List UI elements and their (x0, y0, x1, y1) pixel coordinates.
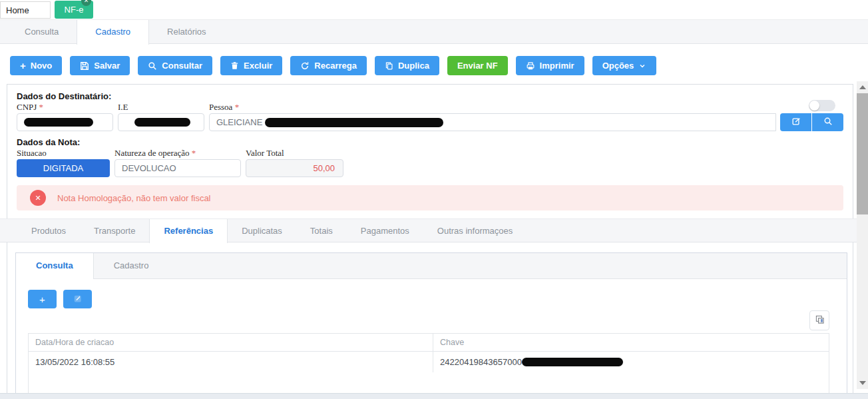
col-data-hora: Data/Hora de criacao (29, 334, 433, 351)
situacao-badge[interactable]: DIGITADA (17, 159, 110, 177)
valor-total-label: Valor Total (246, 148, 343, 159)
col-chave: Chave (433, 334, 829, 351)
tab-pagamentos[interactable]: Pagamentos (347, 219, 423, 243)
table-row[interactable]: 13/05/2022 16:08:55 24220419843657000 (29, 352, 829, 372)
pessoa-search-button[interactable] (812, 113, 843, 131)
pessoa-value: GLEICIANE (216, 117, 262, 127)
tab-outras-informacoes[interactable]: Outras informaçoes (423, 219, 527, 243)
tab-duplicatas[interactable]: Duplicatas (228, 219, 296, 243)
scroll-up-icon[interactable] (859, 85, 866, 89)
table-toolbar (28, 310, 829, 330)
close-icon[interactable]: ✕ (81, 0, 91, 6)
redaction (134, 118, 190, 127)
cnpj-input[interactable] (17, 113, 113, 131)
nfe-form-card: Dados do Destinatário: CNPJ * I.E Pessoa… (7, 84, 853, 399)
duplica-button[interactable]: Duplica (375, 56, 439, 75)
toggle-switch[interactable] (809, 100, 835, 111)
subtab-cadastro[interactable]: Cadastro (94, 253, 169, 279)
enviar-nf-button[interactable]: Enviar NF (447, 56, 508, 75)
referencias-sub-tabs: Consulta Cadastro (16, 253, 847, 279)
chevron-down-icon (638, 62, 646, 70)
edit-reference-button[interactable] (63, 290, 92, 308)
trash-icon (230, 61, 239, 70)
bottom-bar (0, 393, 868, 399)
module-tabs: Consulta Cadastro Relatórios (0, 19, 868, 44)
tab-home[interactable]: Home (0, 1, 51, 19)
referencias-actions: + (28, 290, 829, 308)
ie-input[interactable] (118, 113, 204, 131)
natureza-label-text: Natureza de operação (114, 148, 190, 158)
consultar-button[interactable]: Consultar (138, 56, 212, 75)
cnpj-label: CNPJ * (17, 102, 113, 113)
edit-icon (791, 117, 801, 128)
ie-label: I.E (118, 102, 204, 113)
duplica-label: Duplica (398, 61, 429, 71)
copy-table-button[interactable] (809, 310, 829, 330)
excluir-button[interactable]: Excluir (220, 56, 282, 75)
required-mark: * (192, 148, 196, 158)
tab-transporte[interactable]: Transporte (80, 219, 149, 243)
detail-tabs: Produtos Transporte Referências Duplicat… (0, 218, 859, 242)
enviar-nf-label: Enviar NF (457, 61, 498, 71)
required-mark: * (235, 102, 240, 112)
redaction (265, 118, 443, 127)
cell-data-hora: 13/05/2022 16:08:55 (29, 352, 433, 372)
copy-icon (385, 61, 393, 70)
refresh-icon (300, 61, 310, 71)
situacao-label: Situacao (17, 148, 110, 159)
error-circle-icon: ✕ (30, 190, 46, 206)
imprimir-label: Imprimir (540, 61, 574, 71)
opcoes-label: Opções (602, 61, 634, 71)
pessoa-input[interactable]: GLEICIANE (209, 113, 776, 131)
natureza-label: Natureza de operação * (114, 148, 241, 159)
save-icon (80, 61, 89, 71)
salvar-button[interactable]: Salvar (70, 56, 130, 75)
excluir-label: Excluir (244, 61, 272, 71)
table-header-row: Data/Hora de criacao Chave (29, 334, 829, 352)
window-tab-strip: Home NF-e ✕ (0, 0, 868, 19)
pessoa-edit-button[interactable] (780, 113, 811, 131)
plus-icon: + (20, 61, 26, 71)
action-toolbar: + Novo Salvar Consultar Excluir Recarreg… (0, 44, 868, 84)
search-icon (823, 117, 833, 128)
nota-section-title: Dados da Nota: (17, 137, 843, 147)
tab-consulta[interactable]: Consulta (7, 20, 77, 45)
destinatario-fields-row: CNPJ * I.E Pessoa * GLEICIANE (17, 102, 843, 131)
chave-value: 24220419843657000 (440, 357, 522, 367)
toggle-knob (809, 101, 819, 111)
referencias-panel: Consulta Cadastro + Data/Hora de criacao… (15, 252, 847, 396)
error-alert: ✕ Nota Homologação, não tem valor fiscal (17, 185, 843, 210)
printer-icon (526, 61, 535, 71)
tab-referencias[interactable]: Referências (149, 219, 228, 243)
vertical-scrollbar[interactable] (857, 81, 868, 389)
tab-cadastro[interactable]: Cadastro (77, 20, 149, 45)
cell-chave: 24220419843657000 (433, 352, 829, 372)
add-reference-button[interactable]: + (28, 290, 57, 308)
opcoes-button[interactable]: Opções (592, 56, 657, 75)
novo-label: Novo (31, 61, 53, 71)
scrollbar-thumb[interactable] (857, 93, 868, 214)
pessoa-label-text: Pessoa (209, 102, 232, 112)
referencias-table: Data/Hora de criacao Chave 13/05/2022 16… (28, 333, 829, 396)
redaction (522, 358, 623, 366)
nota-fields-row: Situacao DIGITADA Natureza de operação *… (17, 148, 843, 177)
consultar-label: Consultar (162, 61, 202, 71)
tab-relatorios[interactable]: Relatórios (149, 20, 224, 45)
recarrega-button[interactable]: Recarrega (290, 56, 367, 75)
tab-nfe[interactable]: NF-e ✕ (55, 1, 93, 19)
scroll-down-icon[interactable] (859, 381, 866, 385)
subtab-consulta[interactable]: Consulta (16, 253, 94, 279)
cnpj-label-text: CNPJ (17, 102, 37, 112)
error-message: Nota Homologação, não tem valor fiscal (57, 193, 211, 203)
novo-button[interactable]: + Novo (10, 56, 62, 75)
destinatario-section-title: Dados do Destinatário: (17, 91, 843, 101)
copy-icon (815, 314, 825, 326)
required-mark: * (39, 102, 44, 112)
imprimir-button[interactable]: Imprimir (516, 56, 584, 75)
natureza-input[interactable]: DEVOLUCAO (114, 159, 241, 177)
tab-produtos[interactable]: Produtos (17, 219, 80, 243)
pessoa-label: Pessoa * (209, 102, 843, 113)
tab-totais[interactable]: Totais (296, 219, 347, 243)
salvar-label: Salvar (94, 61, 120, 71)
tab-nfe-label: NF-e (65, 5, 84, 15)
